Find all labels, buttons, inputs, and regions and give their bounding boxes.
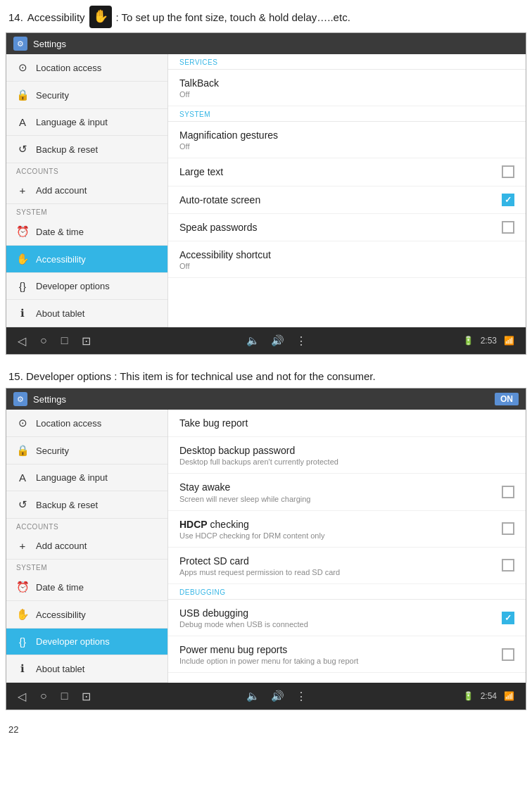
time-display-1: 2:53 [481,336,497,346]
back-icon[interactable]: ◁ [18,334,26,348]
system-section-label-1: SYSTEM [6,204,167,218]
accessibility-shortcut-item[interactable]: Accessibility shortcut Off [168,241,526,278]
stay-awake-checkbox[interactable] [502,486,514,498]
sidebar-item-add-account[interactable]: + Add account [6,177,167,204]
auto-rotate-checkbox[interactable] [502,194,514,206]
location-icon-2: ⊙ [16,417,29,429]
settings-bar-title-1: Settings [33,39,66,49]
stay-awake-item[interactable]: Stay awake Screen will never sleep while… [168,474,526,510]
talkback-text: TalkBack Off [179,77,514,99]
volume-down-icon[interactable]: 🔈 [246,334,260,347]
location-icon: ⊙ [16,61,29,74]
sidebar-label-developer: Developer options [36,281,110,291]
speak-passwords-checkbox[interactable] [502,221,514,234]
usb-debugging-title: USB debugging [179,607,502,619]
hand-icon-2: ✋ [16,608,29,621]
sidebar-item-language[interactable]: A Language & input [6,109,167,136]
desktop-backup-item[interactable]: Desktop backup password Desktop full bac… [168,437,526,474]
settings-bar-icon-1: ⚙ [13,37,27,51]
sidebar-label-date-time: Date & time [36,227,84,237]
sidebar2-item-location-access[interactable]: ⊙ Location access [6,410,167,437]
power-menu-bug-checkbox[interactable] [502,648,514,661]
section14-heading: 14. Accessibility ✋ : To set up the font… [0,0,532,32]
protect-sd-text: Protect SD card Apps must request permis… [179,555,502,576]
protect-sd-title: Protect SD card [179,555,502,567]
power-menu-bug-item[interactable]: Power menu bug reports Include option in… [168,636,526,673]
settings-bar-1: ⚙ Settings [6,33,526,54]
sidebar-item-security[interactable]: 🔒 Security [6,82,167,109]
sidebar-item-about[interactable]: ℹ About tablet [6,300,167,327]
more-icon[interactable]: ⋮ [296,334,307,348]
screenshot-icon-2[interactable]: ⊡ [82,690,91,703]
language-icon-2: A [16,472,29,484]
sidebar2-item-developer[interactable]: {} Developer options [6,629,167,655]
nav-bar-1: ◁ ○ □ ⊡ 🔈 🔊 ⋮ 🔋 2:53 📶 [6,327,526,354]
system-header-acc: SYSTEM [168,106,526,122]
more-icon-2[interactable]: ⋮ [296,690,307,703]
battery-icon-2: 🔋 [463,691,474,701]
nav-bar-right-1: 🔋 2:53 📶 [463,336,514,346]
backup-icon: ↺ [16,143,29,156]
take-bug-report-item[interactable]: Take bug report [168,410,526,437]
recents-icon[interactable]: □ [61,334,68,347]
section-number: 14. [8,10,23,25]
sidebar-label-language: Language & input [36,117,108,127]
hdcp-checkbox[interactable] [502,522,514,535]
volume-up-icon[interactable]: 🔊 [271,334,284,347]
developer-icon-2: {} [16,636,29,648]
accessibility-shortcut-subtitle: Off [179,262,514,270]
back-icon-2[interactable]: ◁ [18,690,26,703]
screenshot-icon[interactable]: ⊡ [82,334,91,348]
section15-description: : This item is for technical use and not… [114,370,376,382]
on-badge[interactable]: ON [495,393,519,405]
sidebar2-item-date-time[interactable]: ⏰ Date & time [6,574,167,601]
sidebar2-item-about[interactable]: ℹ About tablet [6,655,167,683]
auto-rotate-text: Auto-rotate screen [179,194,502,206]
stay-awake-title: Stay awake [179,481,502,493]
sidebar2-item-security[interactable]: 🔒 Security [6,437,167,465]
large-text-item[interactable]: Large text [168,158,526,186]
hdcp-bold: HDCP [179,519,208,530]
sidebar2-item-backup[interactable]: ↺ Backup & reset [6,491,167,519]
section14-description: : To set up the font size, touch & hold … [116,10,350,25]
magnification-item[interactable]: Magnification gestures Off [168,122,526,158]
volume-down-icon-2[interactable]: 🔈 [246,690,260,702]
sidebar2-item-add-account[interactable]: + Add account [6,533,167,560]
sidebar-item-location-access[interactable]: ⊙ Location access [6,54,167,82]
sidebar-item-accessibility[interactable]: ✋ Accessibility [6,246,167,273]
hdcp-text: HDCP checking Use HDCP checking for DRM … [179,518,502,540]
home-icon[interactable]: ○ [40,334,47,347]
sidebar-item-backup[interactable]: ↺ Backup & reset [6,136,167,163]
sidebar-item-date-time[interactable]: ⏰ Date & time [6,218,167,246]
sidebar-item-developer[interactable]: {} Developer options [6,273,167,300]
sidebar2-item-language[interactable]: A Language & input [6,465,167,491]
developer-icon: {} [16,280,29,292]
volume-up-icon-2[interactable]: 🔊 [271,690,284,702]
desktop-backup-text: Desktop backup password Desktop full bac… [179,444,514,466]
sidebar2-label-date-time: Date & time [36,582,84,593]
section15-title: Developer options [26,370,111,382]
info-icon: ℹ [16,307,29,320]
settings-bar-2: ⚙ Settings ON [6,389,526,410]
talkback-item[interactable]: TalkBack Off [168,70,526,106]
detail-panel-developer: Take bug report Desktop backup password … [168,410,526,683]
hdcp-item[interactable]: HDCP checking Use HDCP checking for DRM … [168,511,526,548]
protect-sd-checkbox[interactable] [502,559,514,572]
signal-icon-2: 📶 [504,691,514,701]
auto-rotate-title: Auto-rotate screen [179,194,502,206]
large-text-checkbox[interactable] [502,165,514,178]
nav-bar-2: ◁ ○ □ ⊡ 🔈 🔊 ⋮ 🔋 2:54 📶 [6,683,526,709]
speak-passwords-item[interactable]: Speak passwords [168,214,526,241]
home-icon-2[interactable]: ○ [40,690,47,702]
protect-sd-item[interactable]: Protect SD card Apps must request permis… [168,548,526,584]
nav-bar-left-1: ◁ ○ □ ⊡ [18,334,91,348]
sidebar2-item-accessibility[interactable]: ✋ Accessibility [6,601,167,629]
recents-icon-2[interactable]: □ [61,690,68,702]
sidebar-label-security: Security [36,90,69,101]
auto-rotate-item[interactable]: Auto-rotate screen [168,187,526,214]
usb-debugging-item[interactable]: USB debugging Debug mode when USB is con… [168,600,526,636]
usb-debugging-checkbox[interactable] [502,612,514,624]
stay-awake-text: Stay awake Screen will never sleep while… [179,481,502,503]
desktop-backup-subtitle: Desktop full backups aren't currently pr… [179,457,514,466]
sidebar2-label-developer: Developer options [36,636,110,647]
